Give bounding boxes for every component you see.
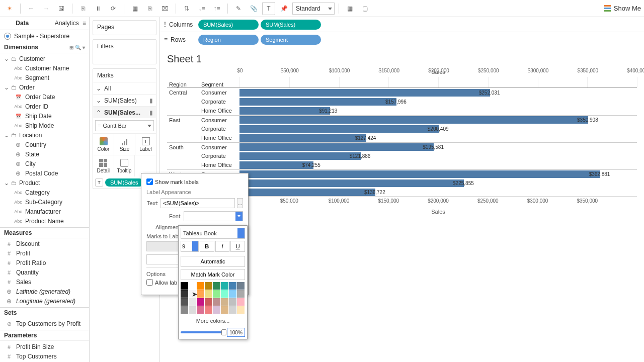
color-swatch[interactable] xyxy=(181,306,188,314)
forward-icon[interactable]: → xyxy=(40,2,53,15)
color-swatch[interactable] xyxy=(205,298,212,306)
row-pill[interactable]: Segment xyxy=(261,35,321,45)
field-manufacturer[interactable]: AbcManufacturer xyxy=(0,207,89,217)
color-swatch[interactable] xyxy=(181,298,188,306)
color-swatch[interactable] xyxy=(197,282,204,290)
measure-quantity[interactable]: Quantity xyxy=(0,268,89,278)
datasource-row[interactable]: Sample - Superstore xyxy=(0,30,89,42)
opacity-slider[interactable] xyxy=(181,331,225,333)
field-segment[interactable]: AbcSegment xyxy=(0,73,89,83)
color-swatch[interactable] xyxy=(181,282,188,290)
bold-button[interactable]: B xyxy=(200,241,214,252)
color-swatch[interactable] xyxy=(221,282,228,290)
field-ship-mode[interactable]: AbcShip Mode xyxy=(0,121,89,131)
mark-detail-button[interactable]: Detail xyxy=(93,155,114,176)
opacity-value[interactable]: 100% xyxy=(227,328,245,337)
mark-size-button[interactable]: Size xyxy=(114,134,135,155)
match-mark-color-button[interactable]: Match Mark Color xyxy=(181,269,245,280)
label-text-edit-button[interactable]: … xyxy=(237,198,243,208)
swap-icon[interactable]: ⇅ xyxy=(180,2,193,15)
field-customer-name[interactable]: AbcCustomer Name xyxy=(0,64,89,73)
font-size-dropdown[interactable]: 9 xyxy=(181,241,199,252)
save-icon[interactable]: 🖫 xyxy=(55,2,68,15)
new-worksheet-icon[interactable]: ▦ xyxy=(128,2,141,15)
bar[interactable] xyxy=(239,125,439,133)
param-item[interactable]: Top Customers xyxy=(0,351,89,361)
folder-product[interactable]: ⌄🗀 Product xyxy=(0,178,89,188)
tab-analytics[interactable]: Analytics≡ xyxy=(45,17,90,30)
marks-sum2[interactable]: ⌃SUM(Sales...▮ xyxy=(93,106,156,118)
field-order-date[interactable]: 📅Order Date xyxy=(0,93,89,102)
label-pill[interactable]: SUM(Sales xyxy=(105,178,143,187)
new-datasource-icon[interactable]: ⎘ xyxy=(76,2,90,15)
color-swatch[interactable] xyxy=(229,282,236,290)
mark-color-button[interactable]: Color xyxy=(93,134,114,155)
color-swatch[interactable] xyxy=(205,306,212,314)
color-swatch[interactable] xyxy=(221,290,228,298)
fit-dropdown[interactable]: Standard xyxy=(292,3,335,15)
column-pill[interactable]: SUM(Sales) xyxy=(198,20,259,30)
bar[interactable] xyxy=(239,107,330,115)
color-swatch[interactable] xyxy=(181,290,188,298)
measure-discount[interactable]: Discount xyxy=(0,239,89,249)
folder-customer[interactable]: ⌄🗀 Customer xyxy=(0,54,89,64)
group-icon[interactable]: 📎 xyxy=(247,2,260,15)
mark-type-dropdown[interactable]: ≡Gantt Bar xyxy=(95,120,154,131)
sort-asc-icon[interactable]: ↓≡ xyxy=(195,2,208,15)
filters-card[interactable]: Filters xyxy=(93,39,156,64)
label-font-dropdown[interactable] xyxy=(184,211,243,221)
field-sub-category[interactable]: AbcSub-Category xyxy=(0,198,89,207)
columns-shelf[interactable]: ⦙⦙Columns SUM(Sales)SUM(Sales) xyxy=(160,17,644,32)
color-swatch[interactable] xyxy=(213,306,220,314)
label-icon[interactable]: T xyxy=(262,2,275,15)
presentation-icon[interactable]: ▢ xyxy=(358,2,371,15)
pause-icon[interactable]: ⏸ xyxy=(92,2,105,15)
show-me-button[interactable]: Show Me xyxy=(604,5,641,12)
marks-sum1[interactable]: ⌄SUM(Sales)▮ xyxy=(93,94,156,106)
italic-button[interactable]: I xyxy=(215,241,230,252)
field-ship-date[interactable]: 📅Ship Date xyxy=(0,112,89,121)
field-product-name[interactable]: AbcProduct Name xyxy=(0,217,89,226)
automatic-color-button[interactable]: Automatic xyxy=(181,256,245,267)
color-swatch[interactable] xyxy=(189,290,196,298)
field-state[interactable]: State xyxy=(0,150,89,159)
bar[interactable] xyxy=(239,179,464,187)
field-country[interactable]: Country xyxy=(0,140,89,150)
refresh-icon[interactable]: ⟳ xyxy=(107,2,120,15)
color-swatch[interactable] xyxy=(205,290,212,298)
color-swatch[interactable] xyxy=(237,306,245,314)
clear-icon[interactable]: ⌧ xyxy=(158,2,172,15)
show-mark-labels-checkbox[interactable] xyxy=(146,178,153,185)
set-item[interactable]: Top Customers by Profit xyxy=(0,319,89,329)
back-icon[interactable]: ← xyxy=(25,2,38,15)
duplicate-icon[interactable]: ⎘ xyxy=(143,2,156,15)
measure-sales[interactable]: Sales xyxy=(0,278,89,287)
cards-icon[interactable]: ▦ xyxy=(343,2,356,15)
color-swatch[interactable] xyxy=(221,298,228,306)
allow-labels-checkbox[interactable] xyxy=(146,279,153,286)
bar[interactable] xyxy=(239,98,396,106)
measure-longitude-generated-[interactable]: Longitude (generated) xyxy=(0,297,89,306)
mark-tooltip-button[interactable]: Tooltip xyxy=(114,155,135,176)
bar[interactable] xyxy=(239,152,361,160)
bar[interactable] xyxy=(239,143,434,151)
color-swatch[interactable] xyxy=(197,290,204,298)
color-swatch[interactable] xyxy=(229,298,236,306)
color-swatch[interactable] xyxy=(229,290,236,298)
field-city[interactable]: City xyxy=(0,159,89,169)
color-swatch[interactable] xyxy=(237,290,245,298)
bar[interactable] xyxy=(239,134,366,142)
measure-profit-ratio[interactable]: Profit Ratio xyxy=(0,258,89,268)
mark-label-button[interactable]: TLabel xyxy=(135,134,156,155)
folder-order[interactable]: ⌄🗀 Order xyxy=(0,83,89,93)
color-swatch[interactable] xyxy=(189,282,196,290)
tab-data[interactable]: Data xyxy=(0,17,45,30)
color-swatch[interactable] xyxy=(237,298,245,306)
measure-profit[interactable]: Profit xyxy=(0,249,89,258)
bar[interactable] xyxy=(239,116,588,124)
bar[interactable] xyxy=(239,189,375,196)
color-swatch[interactable] xyxy=(237,282,245,290)
highlight-icon[interactable]: ✎ xyxy=(232,2,245,15)
marks-all[interactable]: ⌄All xyxy=(93,82,156,94)
color-swatch[interactable] xyxy=(213,290,220,298)
